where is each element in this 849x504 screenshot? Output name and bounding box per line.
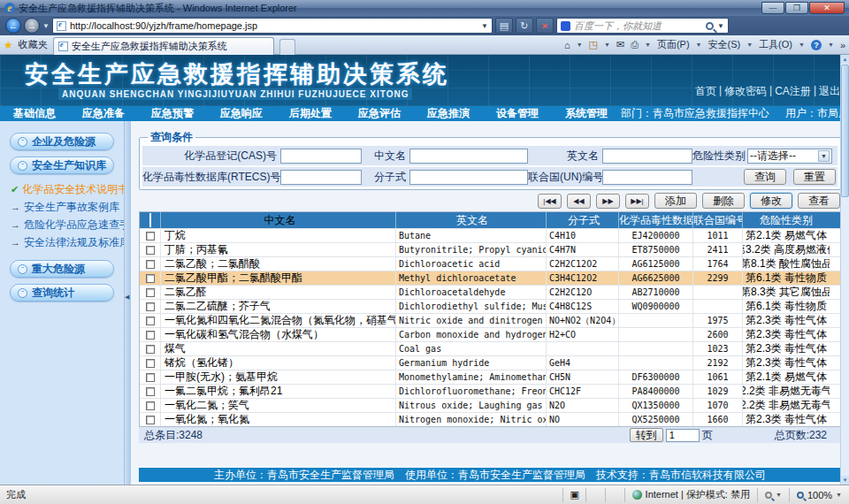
- menu-page[interactable]: 页面(P): [657, 38, 690, 51]
- collapse-arrow-icon[interactable]: ◀: [125, 294, 129, 301]
- table-row[interactable]: 丁烷ButaneC4H10EJ42000001011第2.1类 易燃气体: [140, 228, 840, 242]
- rtecs-input[interactable]: [280, 170, 362, 185]
- formula-input[interactable]: [409, 170, 528, 185]
- row-checkbox[interactable]: [140, 370, 161, 384]
- row-checkbox[interactable]: [140, 342, 161, 355]
- cas-input[interactable]: [280, 149, 362, 164]
- row-checkbox[interactable]: [140, 243, 161, 256]
- nav-emergency-response[interactable]: 应急响应: [207, 106, 276, 121]
- header-hazard-class[interactable]: 危险性类别: [743, 212, 830, 228]
- menu-safety[interactable]: 安全(S): [708, 38, 741, 51]
- sidebar-group-query-stats[interactable]: ˇ 查询统计: [10, 284, 114, 302]
- delete-button[interactable]: 删除: [702, 193, 745, 209]
- favorites-star-icon[interactable]: ★: [4, 39, 13, 51]
- close-button[interactable]: ✕: [809, 2, 845, 14]
- stop-button[interactable]: ×: [536, 18, 554, 34]
- nav-system-mgmt[interactable]: 系统管理: [552, 106, 621, 121]
- goto-page-button[interactable]: 转到: [630, 428, 663, 442]
- table-row[interactable]: 锗烷（氢化锗）Germanium hydrideGeH42192第2.3类 毒性…: [140, 355, 840, 370]
- more-commands-icon[interactable]: »: [840, 40, 845, 50]
- select-dropdown-icon[interactable]: ▼: [818, 150, 830, 162]
- query-button[interactable]: 查询: [744, 169, 786, 185]
- feeds-icon[interactable]: ◳: [589, 39, 598, 50]
- maximize-button[interactable]: ❐: [785, 2, 808, 14]
- table-row[interactable]: 二氯乙酸甲酯；二氯醋酸甲酯Methyl dichloroacetateC3H4C…: [140, 271, 840, 285]
- mail-icon[interactable]: ✉: [616, 39, 624, 50]
- history-dropdown-icon[interactable]: ▼: [42, 22, 50, 30]
- forward-button[interactable]: →: [24, 18, 40, 34]
- row-checkbox[interactable]: [140, 399, 161, 412]
- page-number-input[interactable]: [666, 429, 700, 442]
- scroll-up-icon[interactable]: ▲: [841, 55, 849, 64]
- browser-scrollbar[interactable]: ▲ ▼: [840, 55, 849, 485]
- table-row[interactable]: 一氧化二氮；笑气Nitrous oxide; Laughing gasN2OQX…: [140, 398, 840, 412]
- sidebar-group-major-hazards[interactable]: ˇ 重大危险源: [10, 260, 114, 278]
- row-checkbox[interactable]: [140, 257, 161, 271]
- search-magnifier-icon[interactable]: [706, 22, 714, 30]
- link-logout[interactable]: 退出: [819, 84, 840, 99]
- link-ca-register[interactable]: CA注册: [775, 84, 811, 99]
- scroll-thumb[interactable]: [841, 65, 849, 197]
- back-button[interactable]: ←: [5, 18, 21, 34]
- search-placeholder[interactable]: 百度一下，你就知道: [574, 19, 702, 33]
- url-field[interactable]: http://localhost:90/yjzh/frame/homepage.…: [52, 18, 493, 34]
- sidebar-item-chemical-msds[interactable]: ✔ 化学品安全技术说明书: [11, 180, 124, 198]
- nav-post-disposal[interactable]: 后期处置: [276, 106, 345, 121]
- table-row[interactable]: 煤气Coal gas1023第2.3类 毒性气体: [140, 341, 840, 355]
- refresh-button[interactable]: ↻: [516, 18, 533, 34]
- next-page-button[interactable]: ▶▶: [596, 194, 620, 209]
- url-text[interactable]: http://localhost:90/yjzh/frame/homepage.…: [70, 20, 257, 31]
- table-row[interactable]: 一氟二氯甲烷；氟利昂21Dichlorofluoromethane; Freon…: [140, 384, 840, 398]
- select-all-checkbox[interactable]: [140, 212, 161, 228]
- table-row[interactable]: 一氧化氮和四氧化二氮混合物（氮氧化物，硝基气，氧化氮气体）Nitric oxid…: [140, 313, 840, 327]
- row-checkbox[interactable]: [140, 413, 161, 426]
- header-chinese-name[interactable]: 中文名: [161, 212, 396, 228]
- link-home[interactable]: 首页: [695, 84, 716, 99]
- search-dropdown-icon[interactable]: ▼: [717, 22, 724, 30]
- nav-equipment-mgmt[interactable]: 设备管理: [483, 106, 552, 121]
- first-page-button[interactable]: |◀◀: [538, 194, 562, 209]
- row-checkbox[interactable]: [140, 300, 161, 313]
- browser-tab[interactable]: 安全生产应急救援指挥辅助决策系统: [53, 37, 274, 55]
- modify-button[interactable]: 修改: [750, 193, 792, 209]
- table-row[interactable]: 二氯二乙硫醚；芥子气Dichlorodiethyl sulfide; Musta…: [140, 299, 840, 313]
- sidebar-splitter[interactable]: ◀: [124, 121, 131, 485]
- link-change-password[interactable]: 修改密码: [724, 84, 767, 99]
- protected-mode-toggle[interactable]: ▼: [757, 488, 789, 502]
- row-checkbox[interactable]: [140, 328, 161, 341]
- compatibility-view-button[interactable]: ▤: [495, 18, 513, 34]
- help-icon[interactable]: ?: [811, 40, 822, 50]
- scroll-down-icon[interactable]: ▼: [841, 476, 849, 485]
- english-name-input[interactable]: [602, 149, 692, 164]
- nav-emergency-warning[interactable]: 应急预警: [138, 106, 207, 121]
- table-row[interactable]: 二氯乙醛DichloroacetaldehydeC2H2C12OAB271000…: [140, 285, 840, 299]
- search-box[interactable]: 百度一下，你就知道 ▼: [556, 18, 729, 34]
- add-button[interactable]: 添加: [654, 193, 697, 209]
- nav-emergency-drill[interactable]: 应急推演: [414, 106, 483, 121]
- row-checkbox[interactable]: [140, 314, 161, 327]
- reset-button[interactable]: 重置: [793, 169, 836, 185]
- tab-title[interactable]: 安全生产应急救援指挥辅助决策系统: [72, 40, 227, 53]
- row-checkbox[interactable]: [140, 229, 161, 242]
- row-checkbox[interactable]: [140, 356, 161, 370]
- sidebar-item-accident-cases[interactable]: → 安全生产事故案例库: [11, 198, 124, 216]
- header-formula[interactable]: 分子式: [547, 212, 619, 228]
- table-row[interactable]: 一氧化碳和氢气混合物（水煤气）Carbon monoxide and hydro…: [140, 327, 840, 341]
- sidebar-group-enterprise[interactable]: ˇ 企业及危险源: [10, 133, 114, 150]
- row-checkbox[interactable]: [140, 271, 161, 285]
- hazard-class-select[interactable]: --请选择-- ▼: [747, 149, 832, 164]
- url-dropdown-icon[interactable]: ▼: [481, 22, 488, 30]
- prev-page-button[interactable]: ◀◀: [567, 194, 591, 209]
- table-row[interactable]: 一氧化氮；氧化氮Nitrogen monoxide; Nitric oxideN…: [140, 412, 840, 426]
- zoom-control[interactable]: 100% ▼: [789, 488, 849, 502]
- last-page-button[interactable]: ▶▶|: [625, 194, 649, 209]
- table-row[interactable]: 丁腈；丙基氰Butyronitrile; Propyl cyanideC4H7N…: [140, 242, 840, 256]
- sidebar-group-knowledge[interactable]: ˇ 安全生产知识库: [10, 157, 114, 174]
- menu-tools[interactable]: 工具(O): [759, 38, 792, 51]
- row-checkbox[interactable]: [140, 385, 161, 398]
- nav-basic-info[interactable]: 基础信息: [0, 106, 69, 121]
- row-checkbox[interactable]: [140, 286, 161, 299]
- table-row[interactable]: 一甲胺(无水)；氨基甲烷Monomethylamine; Aminomethan…: [140, 370, 840, 384]
- sidebar-item-hazchem-quickref[interactable]: → 危险化学品应急速查手...: [11, 216, 124, 233]
- sidebar-item-laws-standards[interactable]: → 安全法律法规及标准库: [11, 233, 124, 251]
